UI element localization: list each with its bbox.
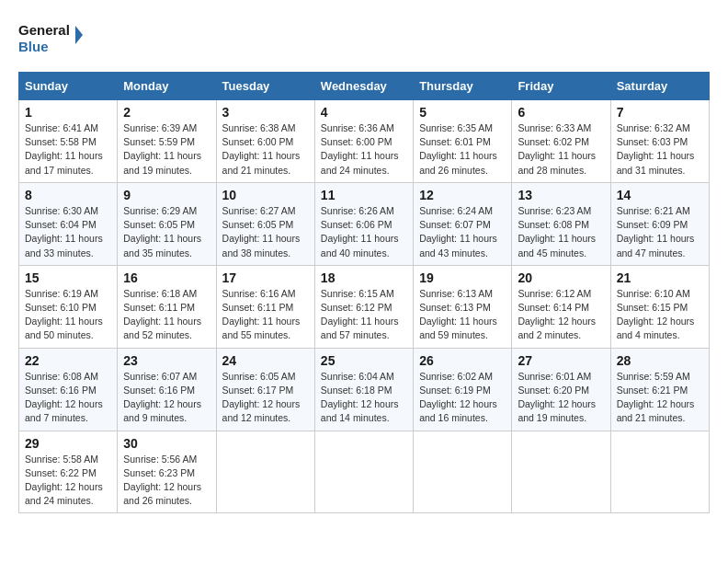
day-info: Sunrise: 6:32 AMSunset: 6:03 PMDaylight:… (617, 121, 703, 178)
calendar-cell: 13 Sunrise: 6:23 AMSunset: 6:08 PMDaylig… (512, 182, 610, 265)
day-info: Sunrise: 6:21 AMSunset: 6:09 PMDaylight:… (617, 204, 703, 260)
calendar-cell: 8 Sunrise: 6:30 AMSunset: 6:04 PMDayligh… (19, 182, 118, 265)
calendar-cell: 26 Sunrise: 6:02 AMSunset: 6:19 PMDaylig… (414, 348, 512, 431)
day-number: 3 (222, 105, 309, 120)
calendar-cell (610, 431, 709, 513)
calendar-cell: 27 Sunrise: 6:01 AMSunset: 6:20 PMDaylig… (512, 348, 610, 431)
week-row-2: 8 Sunrise: 6:30 AMSunset: 6:04 PMDayligh… (19, 182, 710, 265)
day-info: Sunrise: 6:08 AMSunset: 6:16 PMDaylight:… (25, 370, 111, 426)
calendar-cell: 7 Sunrise: 6:32 AMSunset: 6:03 PMDayligh… (610, 100, 709, 183)
day-info: Sunrise: 6:16 AMSunset: 6:11 PMDaylight:… (222, 287, 309, 343)
page-header: General Blue (18, 18, 710, 57)
calendar-cell: 28 Sunrise: 5:59 AMSunset: 6:21 PMDaylig… (610, 348, 709, 431)
weekday-header-row: SundayMondayTuesdayWednesdayThursdayFrid… (19, 73, 710, 100)
day-number: 19 (419, 270, 506, 285)
day-number: 30 (123, 436, 210, 451)
calendar-cell: 3 Sunrise: 6:38 AMSunset: 6:00 PMDayligh… (216, 100, 314, 183)
calendar-cell: 14 Sunrise: 6:21 AMSunset: 6:09 PMDaylig… (610, 182, 709, 265)
day-info: Sunrise: 6:19 AMSunset: 6:10 PMDaylight:… (25, 287, 111, 343)
day-number: 17 (222, 270, 309, 285)
day-info: Sunrise: 6:39 AMSunset: 5:59 PMDaylight:… (123, 121, 210, 178)
calendar-cell (314, 431, 413, 513)
weekday-header-sunday: Sunday (19, 73, 118, 100)
day-info: Sunrise: 6:38 AMSunset: 6:00 PMDaylight:… (222, 121, 309, 178)
day-number: 4 (321, 105, 407, 120)
calendar-cell: 30 Sunrise: 5:56 AMSunset: 6:23 PMDaylig… (118, 431, 216, 513)
day-number: 2 (123, 105, 210, 120)
day-info: Sunrise: 6:18 AMSunset: 6:11 PMDaylight:… (123, 287, 210, 343)
day-number: 25 (321, 353, 407, 368)
calendar-cell: 29 Sunrise: 5:58 AMSunset: 6:22 PMDaylig… (19, 431, 118, 513)
day-info: Sunrise: 6:35 AMSunset: 6:01 PMDaylight:… (419, 121, 506, 178)
calendar-cell (414, 431, 512, 513)
week-row-5: 29 Sunrise: 5:58 AMSunset: 6:22 PMDaylig… (19, 431, 710, 513)
calendar-cell: 11 Sunrise: 6:26 AMSunset: 6:06 PMDaylig… (314, 182, 413, 265)
calendar-cell: 15 Sunrise: 6:19 AMSunset: 6:10 PMDaylig… (19, 265, 118, 348)
week-row-1: 1 Sunrise: 6:41 AMSunset: 5:58 PMDayligh… (19, 100, 710, 183)
day-info: Sunrise: 6:04 AMSunset: 6:18 PMDaylight:… (321, 370, 407, 426)
day-info: Sunrise: 6:24 AMSunset: 6:07 PMDaylight:… (419, 204, 506, 260)
day-number: 29 (25, 436, 111, 451)
calendar-cell (512, 431, 610, 513)
day-number: 16 (123, 270, 210, 285)
day-number: 11 (321, 188, 407, 202)
svg-text:Blue: Blue (18, 39, 49, 54)
day-info: Sunrise: 6:12 AMSunset: 6:14 PMDaylight:… (518, 287, 604, 343)
calendar-cell: 12 Sunrise: 6:24 AMSunset: 6:07 PMDaylig… (414, 182, 512, 265)
day-info: Sunrise: 6:15 AMSunset: 6:12 PMDaylight:… (321, 287, 407, 343)
calendar-cell: 1 Sunrise: 6:41 AMSunset: 5:58 PMDayligh… (19, 100, 118, 183)
calendar-cell: 4 Sunrise: 6:36 AMSunset: 6:00 PMDayligh… (314, 100, 413, 183)
day-number: 10 (222, 188, 309, 202)
day-info: Sunrise: 6:07 AMSunset: 6:16 PMDaylight:… (123, 370, 210, 426)
day-number: 18 (321, 270, 407, 285)
day-info: Sunrise: 6:23 AMSunset: 6:08 PMDaylight:… (518, 204, 604, 260)
calendar-cell: 19 Sunrise: 6:13 AMSunset: 6:13 PMDaylig… (414, 265, 512, 348)
day-info: Sunrise: 6:36 AMSunset: 6:00 PMDaylight:… (321, 121, 407, 178)
logo-svg: General Blue (18, 18, 83, 57)
calendar-cell: 6 Sunrise: 6:33 AMSunset: 6:02 PMDayligh… (512, 100, 610, 183)
day-number: 8 (25, 188, 111, 202)
day-info: Sunrise: 6:29 AMSunset: 6:05 PMDaylight:… (123, 204, 210, 260)
calendar-cell: 18 Sunrise: 6:15 AMSunset: 6:12 PMDaylig… (314, 265, 413, 348)
week-row-4: 22 Sunrise: 6:08 AMSunset: 6:16 PMDaylig… (19, 348, 710, 431)
day-number: 21 (617, 270, 703, 285)
day-number: 23 (123, 353, 210, 368)
day-number: 6 (518, 105, 604, 120)
day-info: Sunrise: 6:01 AMSunset: 6:20 PMDaylight:… (518, 370, 604, 426)
weekday-header-tuesday: Tuesday (216, 73, 314, 100)
day-info: Sunrise: 6:10 AMSunset: 6:15 PMDaylight:… (617, 287, 703, 343)
day-info: Sunrise: 6:27 AMSunset: 6:05 PMDaylight:… (222, 204, 309, 260)
calendar-table: SundayMondayTuesdayWednesdayThursdayFrid… (18, 72, 710, 513)
day-info: Sunrise: 5:56 AMSunset: 6:23 PMDaylight:… (123, 453, 210, 509)
day-number: 24 (222, 353, 309, 368)
day-info: Sunrise: 6:33 AMSunset: 6:02 PMDaylight:… (518, 121, 604, 178)
day-info: Sunrise: 6:30 AMSunset: 6:04 PMDaylight:… (25, 204, 111, 260)
day-number: 28 (617, 353, 703, 368)
calendar-cell: 10 Sunrise: 6:27 AMSunset: 6:05 PMDaylig… (216, 182, 314, 265)
calendar-cell: 23 Sunrise: 6:07 AMSunset: 6:16 PMDaylig… (118, 348, 216, 431)
weekday-header-thursday: Thursday (414, 73, 512, 100)
weekday-header-saturday: Saturday (610, 73, 709, 100)
calendar-cell: 9 Sunrise: 6:29 AMSunset: 6:05 PMDayligh… (118, 182, 216, 265)
weekday-header-wednesday: Wednesday (314, 73, 413, 100)
day-number: 15 (25, 270, 111, 285)
day-number: 14 (617, 188, 703, 202)
svg-marker-2 (75, 26, 83, 44)
calendar-cell: 16 Sunrise: 6:18 AMSunset: 6:11 PMDaylig… (118, 265, 216, 348)
day-number: 22 (25, 353, 111, 368)
day-number: 5 (419, 105, 506, 120)
calendar-cell (216, 431, 314, 513)
day-number: 26 (419, 353, 506, 368)
calendar-cell: 24 Sunrise: 6:05 AMSunset: 6:17 PMDaylig… (216, 348, 314, 431)
day-number: 7 (617, 105, 703, 120)
day-number: 1 (25, 105, 111, 120)
weekday-header-friday: Friday (512, 73, 610, 100)
calendar-cell: 5 Sunrise: 6:35 AMSunset: 6:01 PMDayligh… (414, 100, 512, 183)
day-number: 9 (123, 188, 210, 202)
calendar-cell: 20 Sunrise: 6:12 AMSunset: 6:14 PMDaylig… (512, 265, 610, 348)
week-row-3: 15 Sunrise: 6:19 AMSunset: 6:10 PMDaylig… (19, 265, 710, 348)
day-info: Sunrise: 6:05 AMSunset: 6:17 PMDaylight:… (222, 370, 309, 426)
svg-text:General: General (18, 22, 70, 38)
calendar-cell: 25 Sunrise: 6:04 AMSunset: 6:18 PMDaylig… (314, 348, 413, 431)
day-info: Sunrise: 6:02 AMSunset: 6:19 PMDaylight:… (419, 370, 506, 426)
